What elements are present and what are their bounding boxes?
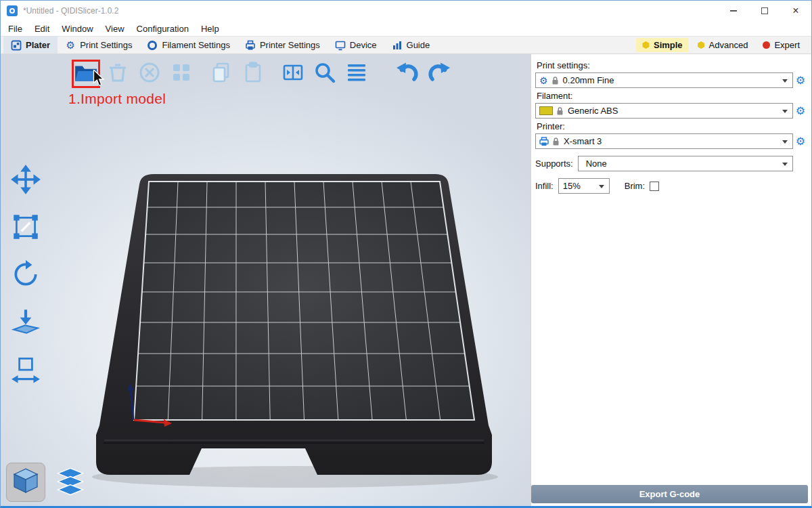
mouse-cursor-icon (92, 70, 106, 90)
arrange-button[interactable] (167, 60, 196, 88)
filament-combo[interactable]: Generic ABS (535, 103, 793, 119)
tab-plater[interactable]: Plater (3, 37, 58, 54)
maximize-button[interactable] (749, 1, 780, 21)
export-gcode-button[interactable]: Export G-code (531, 485, 808, 503)
view-3d-editor-button[interactable] (6, 463, 45, 502)
search-button[interactable] (311, 60, 339, 88)
view-preview-button[interactable] (51, 463, 90, 502)
split-objects-button[interactable] (279, 60, 307, 88)
paste-button[interactable] (239, 60, 267, 88)
tab-guide[interactable]: Guide (384, 37, 438, 54)
menu-file[interactable]: File (2, 24, 28, 34)
layers-lines-icon (345, 61, 368, 87)
delete-button[interactable] (104, 60, 132, 88)
undo-arrow-icon (395, 60, 420, 87)
brim-label: Brim: (625, 181, 645, 191)
filament-value: Generic ABS (568, 106, 618, 116)
tab-device[interactable]: Device (328, 37, 384, 54)
mode-simple-label: Simple (654, 40, 683, 50)
filament-label: Filament: (537, 91, 808, 101)
mode-simple-button[interactable]: Simple (636, 38, 689, 52)
app-window: *Untitled - QIDISlicer-1.0.2 × File Edit… (0, 0, 812, 508)
menu-view[interactable]: View (99, 24, 131, 34)
maximize-icon (761, 7, 768, 14)
mode-expert-button[interactable]: Expert (757, 38, 806, 52)
menubar: File Edit Window View Configuration Help (1, 21, 811, 36)
undo-button[interactable] (393, 60, 422, 88)
brim-checkbox[interactable] (650, 182, 659, 191)
menu-edit[interactable]: Edit (28, 24, 55, 34)
minimize-button[interactable] (718, 1, 749, 21)
chevron-down-icon (782, 140, 788, 144)
tab-filament-settings-label: Filament Settings (162, 40, 229, 50)
chevron-down-icon (782, 163, 788, 166)
variable-layer-height-button[interactable] (342, 60, 371, 88)
filament-spool-icon (147, 40, 158, 51)
copy-icon (210, 61, 233, 87)
rotate-tool-button[interactable] (7, 257, 44, 294)
chevron-down-icon (782, 79, 788, 83)
scale-tool-button[interactable] (7, 210, 44, 247)
paste-icon (242, 61, 265, 87)
move-tool-button[interactable] (7, 163, 44, 199)
menu-configuration[interactable]: Configuration (131, 24, 195, 34)
left-toolbar (7, 163, 44, 389)
lock-icon (556, 106, 564, 115)
printer-gear-button[interactable]: ⚙ (793, 136, 808, 147)
filament-gear-button[interactable]: ⚙ (793, 106, 808, 117)
plater-icon (11, 40, 22, 51)
mode-advanced-label: Advanced (709, 40, 748, 50)
device-monitor-icon (335, 40, 346, 51)
export-gcode-label: Export G-code (639, 489, 700, 499)
infill-combo[interactable]: 15% (558, 178, 610, 194)
close-button[interactable]: × (780, 1, 811, 21)
supports-value: None (586, 158, 607, 169)
cube-3d-icon (9, 464, 43, 501)
filament-color-swatch (539, 106, 553, 115)
supports-combo[interactable]: None (578, 156, 793, 171)
mode-switcher: Simple Advanced Expert (636, 37, 811, 54)
gear-icon: ⚙ (65, 40, 76, 51)
rotate-icon (10, 259, 41, 293)
delete-all-button[interactable] (135, 60, 164, 88)
app-logo-icon (7, 5, 18, 16)
arrange-grid-icon (170, 61, 193, 87)
view-toggles (6, 463, 90, 502)
tab-print-settings[interactable]: ⚙ Print Settings (58, 37, 139, 54)
advanced-mode-icon (698, 41, 705, 49)
expert-mode-icon (763, 41, 770, 49)
printer-icon (539, 137, 549, 146)
import-annotation-label: 1.Import model (68, 91, 166, 107)
redo-button[interactable] (425, 60, 453, 88)
menu-window[interactable]: Window (55, 24, 99, 34)
lock-icon (552, 137, 560, 146)
layers-stack-icon (53, 463, 88, 501)
viewport-3d[interactable]: 1.Import model (1, 54, 531, 506)
titlebar: *Untitled - QIDISlicer-1.0.2 × (1, 1, 811, 21)
settings-sidebar: Print settings: ⚙ 0.20mm Fine ⚙ Filament… (531, 54, 811, 506)
mode-advanced-button[interactable]: Advanced (692, 38, 754, 52)
measure-tool-button[interactable] (7, 352, 44, 389)
printer-label: Printer: (537, 121, 808, 131)
chevron-down-icon (782, 110, 788, 113)
print-settings-combo[interactable]: ⚙ 0.20mm Fine (535, 72, 793, 88)
menu-help[interactable]: Help (195, 24, 225, 34)
trash-icon (106, 61, 129, 87)
minimize-icon (730, 10, 737, 12)
tab-filament-settings[interactable]: Filament Settings (139, 37, 237, 54)
place-on-face-tool-button[interactable] (7, 305, 44, 341)
printer-icon (245, 40, 256, 51)
gear-icon: ⚙ (539, 76, 548, 85)
copy-button[interactable] (207, 60, 235, 88)
print-settings-gear-button[interactable]: ⚙ (793, 75, 808, 86)
printer-combo[interactable]: X-smart 3 (535, 133, 793, 149)
move-icon (10, 164, 41, 198)
tab-printer-settings[interactable]: Printer Settings (238, 37, 328, 54)
lock-icon (551, 76, 559, 85)
delete-all-icon (138, 61, 161, 87)
top-toolbar (72, 60, 457, 88)
tab-print-settings-label: Print Settings (80, 40, 132, 50)
tab-plater-label: Plater (26, 40, 50, 50)
main-area: 1.Import model (1, 54, 811, 506)
print-settings-label: Print settings: (537, 60, 808, 70)
